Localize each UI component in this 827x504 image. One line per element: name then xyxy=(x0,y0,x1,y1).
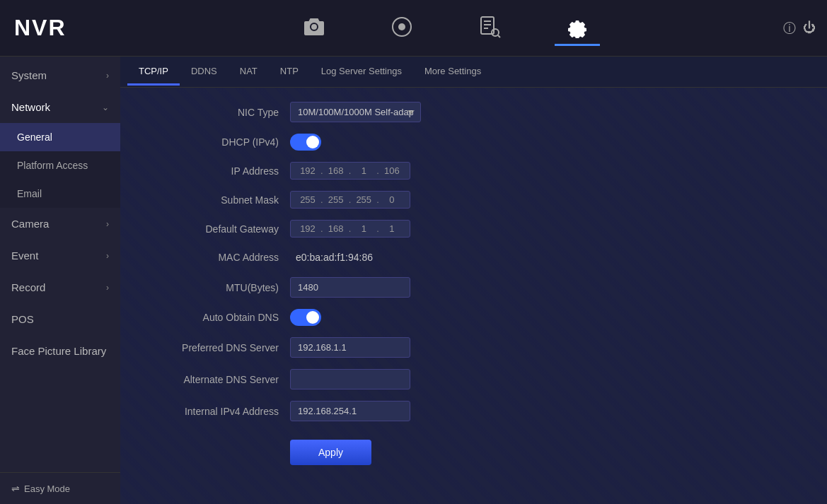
internal-ipv4-input[interactable] xyxy=(290,401,410,421)
sidebar-item-system-label: System xyxy=(11,69,47,81)
sidebar-item-record[interactable]: Record › xyxy=(0,271,120,303)
subnet-mask-group: . . . xyxy=(290,191,410,209)
apply-row: Apply xyxy=(149,433,799,465)
sidebar-sub-platform-label: Platform Access xyxy=(17,160,88,171)
dhcp-label: DHCP (IPv4) xyxy=(149,136,290,148)
auto-dns-row: Auto Obtain DNS xyxy=(149,309,799,326)
alternate-dns-control xyxy=(290,369,410,389)
chevron-right-icon: › xyxy=(106,71,109,81)
sidebar-sub-item-email[interactable]: Email xyxy=(0,180,120,208)
dhcp-toggle[interactable] xyxy=(290,134,321,151)
power-icon[interactable]: ⏻ xyxy=(803,20,816,35)
subnet-b[interactable] xyxy=(325,194,347,205)
sidebar-sub-item-platform-access[interactable]: Platform Access xyxy=(0,151,120,180)
sidebar-item-network[interactable]: Network ⌄ xyxy=(0,91,120,123)
camera-icon xyxy=(303,16,325,38)
tab-nat[interactable]: NAT xyxy=(229,59,269,86)
mtu-control xyxy=(290,277,410,298)
subnet-a[interactable] xyxy=(296,194,319,205)
chevron-right-icon-camera: › xyxy=(106,219,109,229)
sidebar-item-face-library-label: Face Picture Library xyxy=(11,345,106,357)
preferred-dns-input[interactable] xyxy=(290,337,410,358)
nic-type-select[interactable]: 10M/100M/1000M Self-adap xyxy=(290,102,421,122)
top-nav-file[interactable] xyxy=(467,10,512,46)
subnet-d[interactable] xyxy=(381,194,403,205)
top-nav-playback[interactable] xyxy=(379,10,424,46)
tab-ntp[interactable]: NTP xyxy=(269,59,310,86)
ip-part-d[interactable] xyxy=(381,165,403,176)
preferred-dns-row: Preferred DNS Server xyxy=(149,337,799,358)
sub-tabs: TCP/IP DDNS NAT NTP Log Server Settings … xyxy=(120,57,827,88)
internal-ipv4-control xyxy=(290,401,410,421)
sidebar-item-camera[interactable]: Camera › xyxy=(0,208,120,240)
app-container: NVR xyxy=(0,0,827,504)
alternate-dns-label: Alternate DNS Server xyxy=(149,374,290,385)
top-nav xyxy=(120,10,770,46)
sidebar-sub-email-label: Email xyxy=(17,188,42,199)
sidebar-item-network-label: Network xyxy=(11,101,50,113)
svg-line-7 xyxy=(498,35,500,37)
default-gateway-control: . . . xyxy=(290,220,410,238)
sidebar: System › Network ⌄ General Platform Acce… xyxy=(0,57,120,504)
preferred-dns-label: Preferred DNS Server xyxy=(149,342,290,353)
subnet-mask-label: Subnet Mask xyxy=(149,194,290,206)
chevron-right-icon-event: › xyxy=(106,251,109,261)
mac-address-label: MAC Address xyxy=(149,252,290,263)
top-nav-camera[interactable] xyxy=(291,10,337,46)
ip-address-group: . . . xyxy=(290,162,410,180)
gateway-d[interactable] xyxy=(381,223,403,234)
sidebar-item-pos-label: POS xyxy=(11,313,34,325)
top-bar-actions: ⓘ ⏻ xyxy=(770,20,827,37)
ip-part-a[interactable] xyxy=(296,165,319,176)
ip-part-c[interactable] xyxy=(352,165,375,176)
sidebar-item-event[interactable]: Event › xyxy=(0,240,120,271)
gateway-b[interactable] xyxy=(325,223,347,234)
easy-mode-button[interactable]: ⇌ Easy Mode xyxy=(0,472,120,504)
info-icon[interactable]: ⓘ xyxy=(783,20,796,37)
sidebar-item-system[interactable]: System › xyxy=(0,59,120,91)
nic-type-row: NIC Type 10M/100M/1000M Self-adap xyxy=(149,102,799,122)
default-gateway-label: Default Gateway xyxy=(149,223,290,235)
mtu-row: MTU(Bytes) xyxy=(149,277,799,298)
tab-more-settings[interactable]: More Settings xyxy=(413,59,492,86)
auto-dns-control xyxy=(290,309,321,326)
sidebar-item-pos[interactable]: POS xyxy=(0,303,120,335)
dhcp-row: DHCP (IPv4) xyxy=(149,134,799,151)
sidebar-sub-item-general[interactable]: General xyxy=(0,123,120,151)
sidebar-item-camera-label: Camera xyxy=(11,218,49,230)
tab-log-server[interactable]: Log Server Settings xyxy=(310,59,413,86)
alternate-dns-row: Alternate DNS Server xyxy=(149,369,799,389)
gateway-c[interactable] xyxy=(352,223,375,234)
ip-address-control: . . . xyxy=(290,162,410,180)
mac-address-control: e0:ba:ad:f1:94:86 xyxy=(290,249,378,266)
mtu-label: MTU(Bytes) xyxy=(149,282,290,293)
svg-point-1 xyxy=(398,23,405,30)
default-gateway-row: Default Gateway . . . xyxy=(149,220,799,238)
file-search-icon xyxy=(478,16,501,38)
gateway-a[interactable] xyxy=(296,223,319,234)
internal-ipv4-label: Internal IPv4 Address xyxy=(149,406,290,417)
form-area: NIC Type 10M/100M/1000M Self-adap DHCP (… xyxy=(120,88,827,504)
arrows-icon: ⇌ xyxy=(11,483,20,494)
tab-ddns[interactable]: DDNS xyxy=(180,59,229,86)
ip-part-b[interactable] xyxy=(325,165,347,176)
internal-ipv4-row: Internal IPv4 Address xyxy=(149,401,799,421)
subnet-mask-row: Subnet Mask . . . xyxy=(149,191,799,209)
mtu-input[interactable] xyxy=(290,277,410,298)
easy-mode-label: Easy Mode xyxy=(24,484,70,494)
apply-button[interactable]: Apply xyxy=(290,440,371,465)
subnet-c[interactable] xyxy=(352,194,375,205)
auto-dns-toggle[interactable] xyxy=(290,309,321,326)
default-gateway-group: . . . xyxy=(290,220,410,238)
alternate-dns-input[interactable] xyxy=(290,369,410,389)
playback-icon xyxy=(391,16,413,38)
auto-dns-label: Auto Obtain DNS xyxy=(149,312,290,323)
sidebar-item-face-library[interactable]: Face Picture Library xyxy=(0,335,120,367)
tab-tcpip[interactable]: TCP/IP xyxy=(127,59,180,86)
top-nav-settings[interactable] xyxy=(555,10,600,46)
sidebar-item-record-label: Record xyxy=(11,281,45,293)
mac-address-value: e0:ba:ad:f1:94:86 xyxy=(290,249,378,266)
dhcp-control xyxy=(290,134,321,151)
sidebar-item-event-label: Event xyxy=(11,250,38,262)
content-panel: TCP/IP DDNS NAT NTP Log Server Settings … xyxy=(120,57,827,504)
